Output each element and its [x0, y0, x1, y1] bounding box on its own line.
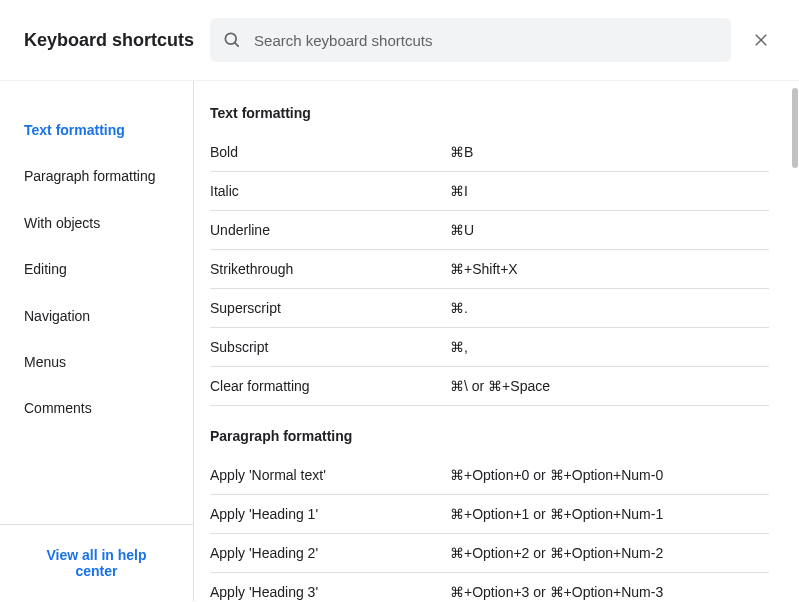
- dialog-header: Keyboard shortcuts: [0, 0, 799, 81]
- sidebar-item-label: Navigation: [24, 308, 90, 324]
- shortcut-name: Clear formatting: [210, 378, 450, 394]
- shortcut-name: Underline: [210, 222, 450, 238]
- shortcut-keys: ⌘I: [450, 183, 769, 199]
- shortcut-row: Strikethrough⌘+Shift+X: [210, 250, 769, 289]
- sidebar-item-menus[interactable]: Menus: [0, 339, 193, 385]
- sidebar-item-paragraph-formatting[interactable]: Paragraph formatting: [0, 153, 193, 199]
- help-center-link[interactable]: View all in help center: [46, 547, 146, 579]
- sidebar-item-label: Menus: [24, 354, 66, 370]
- sidebar-item-comments[interactable]: Comments: [0, 385, 193, 431]
- close-icon: [752, 31, 770, 49]
- shortcut-keys: ⌘U: [450, 222, 769, 238]
- sidebar-item-text-formatting[interactable]: Text formatting: [0, 107, 193, 153]
- search-input[interactable]: [254, 32, 719, 49]
- shortcut-row: Apply 'Normal text'⌘+Option+0 or ⌘+Optio…: [210, 456, 769, 495]
- shortcut-keys: ⌘+Shift+X: [450, 261, 769, 277]
- shortcut-keys: ⌘+Option+3 or ⌘+Option+Num-3: [450, 584, 769, 600]
- shortcut-row: Underline⌘U: [210, 211, 769, 250]
- sidebar-item-label: With objects: [24, 215, 100, 231]
- shortcut-keys: ⌘,: [450, 339, 769, 355]
- shortcut-row: Bold⌘B: [210, 133, 769, 172]
- shortcut-row: Apply 'Heading 2'⌘+Option+2 or ⌘+Option+…: [210, 534, 769, 573]
- search-field-wrap[interactable]: [210, 18, 731, 62]
- shortcut-name: Apply 'Normal text': [210, 467, 450, 483]
- shortcut-row: Italic⌘I: [210, 172, 769, 211]
- shortcuts-content[interactable]: Text formatting Bold⌘B Italic⌘I Underlin…: [194, 81, 799, 601]
- shortcut-keys: ⌘+Option+1 or ⌘+Option+Num-1: [450, 506, 769, 522]
- shortcut-row: Subscript⌘,: [210, 328, 769, 367]
- shortcut-name: Strikethrough: [210, 261, 450, 277]
- shortcut-row: Superscript⌘.: [210, 289, 769, 328]
- shortcut-row: Clear formatting⌘\ or ⌘+Space: [210, 367, 769, 406]
- sidebar-item-editing[interactable]: Editing: [0, 246, 193, 292]
- search-icon: [222, 30, 242, 50]
- shortcut-keys: ⌘B: [450, 144, 769, 160]
- dialog-body: Text formatting Paragraph formatting Wit…: [0, 81, 799, 601]
- sidebar-item-label: Text formatting: [24, 122, 125, 138]
- shortcut-name: Bold: [210, 144, 450, 160]
- svg-point-0: [225, 33, 236, 44]
- sidebar-item-with-objects[interactable]: With objects: [0, 200, 193, 246]
- sidebar-item-navigation[interactable]: Navigation: [0, 293, 193, 339]
- sidebar: Text formatting Paragraph formatting Wit…: [0, 81, 194, 601]
- sidebar-footer: View all in help center: [0, 524, 193, 601]
- shortcut-name: Italic: [210, 183, 450, 199]
- shortcut-keys: ⌘\ or ⌘+Space: [450, 378, 769, 394]
- sidebar-item-label: Paragraph formatting: [24, 168, 156, 184]
- close-button[interactable]: [747, 26, 775, 54]
- scrollbar-thumb[interactable]: [792, 88, 798, 168]
- sidebar-item-label: Editing: [24, 261, 67, 277]
- shortcut-name: Superscript: [210, 300, 450, 316]
- shortcut-name: Apply 'Heading 1': [210, 506, 450, 522]
- shortcut-keys: ⌘+Option+0 or ⌘+Option+Num-0: [450, 467, 769, 483]
- shortcut-name: Apply 'Heading 2': [210, 545, 450, 561]
- shortcut-name: Subscript: [210, 339, 450, 355]
- shortcut-name: Apply 'Heading 3': [210, 584, 450, 600]
- section-title: Paragraph formatting: [210, 428, 769, 444]
- sidebar-item-label: Comments: [24, 400, 92, 416]
- shortcut-keys: ⌘.: [450, 300, 769, 316]
- shortcut-keys: ⌘+Option+2 or ⌘+Option+Num-2: [450, 545, 769, 561]
- dialog-title: Keyboard shortcuts: [24, 30, 194, 51]
- section-title: Text formatting: [210, 105, 769, 121]
- sidebar-list: Text formatting Paragraph formatting Wit…: [0, 81, 193, 524]
- shortcut-row: Apply 'Heading 3'⌘+Option+3 or ⌘+Option+…: [210, 573, 769, 601]
- shortcut-row: Apply 'Heading 1'⌘+Option+1 or ⌘+Option+…: [210, 495, 769, 534]
- svg-line-1: [235, 43, 239, 47]
